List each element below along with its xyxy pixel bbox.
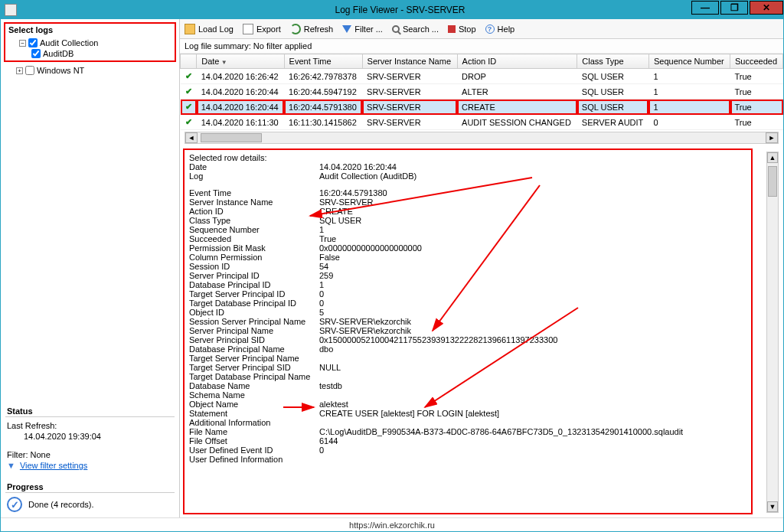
detail-value: alektest (319, 400, 746, 409)
table-row[interactable]: ✔14.04.2020 16:20:4416:20:44.5947192SRV-… (181, 84, 783, 100)
last-refresh-value: 14.04.2020 19:39:04 (5, 431, 175, 442)
detail-row: Target Database Principal ID0 (189, 299, 746, 308)
tree-audit-collection[interactable]: − Audit Collection (10, 38, 170, 48)
scroll-thumb[interactable] (201, 133, 262, 142)
detail-key: Target Server Principal Name (189, 354, 319, 363)
detail-row: Event Time16:20:44.5791380 (189, 188, 746, 197)
filter-button[interactable]: Filter ... (342, 24, 383, 34)
tree-auditdb[interactable]: AuditDB (10, 48, 170, 59)
detail-key: Additional Information (189, 418, 319, 427)
scroll-thumb-v[interactable] (768, 166, 777, 197)
detail-value: 0x00000000000000000000 (319, 243, 746, 253)
detail-value: 1 (319, 280, 746, 289)
detail-row: Target Server Principal SIDNULL (189, 363, 746, 372)
column-header[interactable]: Action ID (457, 54, 577, 69)
detail-value (319, 354, 746, 363)
select-logs-header: Select logs (5, 24, 175, 36)
stop-button[interactable]: Stop (448, 24, 476, 34)
audit-collection-checkbox[interactable] (28, 38, 38, 47)
search-icon (392, 25, 400, 33)
tree-windows-nt[interactable]: + Windows NT (7, 65, 173, 76)
detail-key: Target Server Principal ID (189, 289, 319, 299)
horizontal-scrollbar[interactable]: ◄ ► (185, 132, 779, 144)
detail-row: Additional Information (189, 418, 746, 427)
detail-value: C:\Log\AuditDB_F990534A-B373-4D0C-8786-6… (319, 427, 746, 436)
column-header[interactable]: Date ▼ (197, 54, 284, 69)
detail-value: 16:20:44.5791380 (319, 188, 746, 197)
done-check-icon: ✓ (7, 497, 22, 512)
log-summary: Log file summary: No filter applied (180, 39, 783, 54)
table-row[interactable]: ✔14.04.2020 16:11:3016:11:30.1415862SRV-… (181, 115, 783, 130)
detail-row: Action IDCREATE (189, 207, 746, 216)
detail-value: 0 (319, 299, 746, 308)
help-icon: ? (485, 24, 495, 34)
detail-key: Schema Name (189, 390, 319, 400)
detail-row: Date14.04.2020 16:20:44 (189, 162, 746, 171)
detail-row: Target Server Principal ID0 (189, 289, 746, 299)
detail-row: Database Principal ID1 (189, 280, 746, 289)
detail-value: CREATE USER [alektest] FOR LOGIN [alekte… (319, 409, 746, 418)
scroll-right-icon[interactable]: ► (766, 132, 778, 143)
detail-row: Sequence Number1 (189, 225, 746, 234)
detail-key: Object ID (189, 308, 319, 317)
app-icon (5, 4, 17, 16)
detail-row: LogAudit Collection (AuditDB) (189, 171, 746, 181)
detail-value: Audit Collection (AuditDB) (319, 171, 746, 181)
column-header[interactable]: Sequence Number (648, 54, 730, 69)
maximize-button[interactable]: ❐ (720, 1, 748, 15)
column-header[interactable]: Succeeded (730, 54, 783, 69)
expand-icon[interactable]: + (16, 67, 23, 74)
detail-key: File Name (189, 427, 319, 436)
scroll-left-icon[interactable]: ◄ (185, 132, 198, 143)
auditdb-checkbox[interactable] (31, 49, 41, 58)
detail-value: 0x15000005210004211755239391322228213966… (319, 335, 746, 344)
detail-key: Statement (189, 409, 319, 418)
detail-value: CREATE (319, 207, 746, 216)
detail-row: Permission Bit Mask0x0000000000000000000… (189, 243, 746, 253)
detail-key: User Defined Information (189, 455, 319, 464)
column-header[interactable]: Class Type (577, 54, 649, 69)
load-log-button[interactable]: Load Log (185, 24, 234, 34)
filter-label: Filter: None (5, 449, 175, 460)
help-button[interactable]: ?Help (485, 24, 515, 34)
titlebar[interactable]: Log File Viewer - SRV-SERVER — ❐ ✕ (1, 1, 783, 19)
detail-value: 0 (319, 289, 746, 299)
detail-key: Date (189, 162, 319, 171)
detail-key: File Offset (189, 436, 319, 446)
refresh-button[interactable]: Refresh (290, 24, 334, 34)
detail-value: True (319, 234, 746, 243)
window-title: Log File Viewer - SRV-SERVER (17, 5, 783, 15)
detail-key: Session Server Principal Name (189, 317, 319, 326)
collapse-icon[interactable]: − (19, 40, 26, 47)
detail-value: False (319, 253, 746, 262)
view-filter-settings-link[interactable]: View filter settings (20, 461, 87, 470)
export-button[interactable]: Export (243, 24, 281, 34)
scroll-down-icon[interactable]: ▼ (767, 501, 778, 512)
toolbar: Load Log Export Refresh Filter ... Searc… (180, 19, 783, 39)
column-header[interactable]: Server Instance Name (362, 54, 457, 69)
detail-value: SQL USER (319, 216, 746, 225)
table-row[interactable]: ✔14.04.2020 16:26:4216:26:42.7978378SRV-… (181, 69, 783, 84)
table-row[interactable]: ✔14.04.2020 16:20:4416:20:44.5791380SRV-… (181, 100, 783, 115)
search-button[interactable]: Search ... (392, 24, 439, 34)
detail-row: File NameC:\Log\AuditDB_F990534A-B373-4D… (189, 427, 746, 436)
close-button[interactable]: ✕ (750, 1, 783, 15)
detail-key: Server Principal Name (189, 326, 319, 335)
detail-row: Server Principal SID0x150000052100042117… (189, 335, 746, 344)
detail-value (319, 418, 746, 427)
detail-row: Target Server Principal Name (189, 354, 746, 363)
log-grid[interactable]: Date ▼Event TimeServer Instance NameActi… (180, 54, 783, 130)
scroll-up-icon[interactable]: ▲ (767, 152, 778, 163)
main-panel: Load Log Export Refresh Filter ... Searc… (180, 19, 783, 517)
detail-row: Server Instance NameSRV-SERVER (189, 197, 746, 207)
detail-row: Object Namealektest (189, 400, 746, 409)
stop-icon (448, 25, 456, 33)
column-header[interactable]: Event Time (284, 54, 362, 69)
detail-row (189, 181, 746, 188)
vertical-scrollbar[interactable]: ▲ ▼ (766, 152, 779, 513)
column-header[interactable] (181, 54, 197, 69)
folder-icon (185, 24, 195, 34)
minimize-button[interactable]: — (691, 1, 719, 15)
detail-value: 54 (319, 262, 746, 271)
windows-nt-checkbox[interactable] (25, 66, 34, 75)
